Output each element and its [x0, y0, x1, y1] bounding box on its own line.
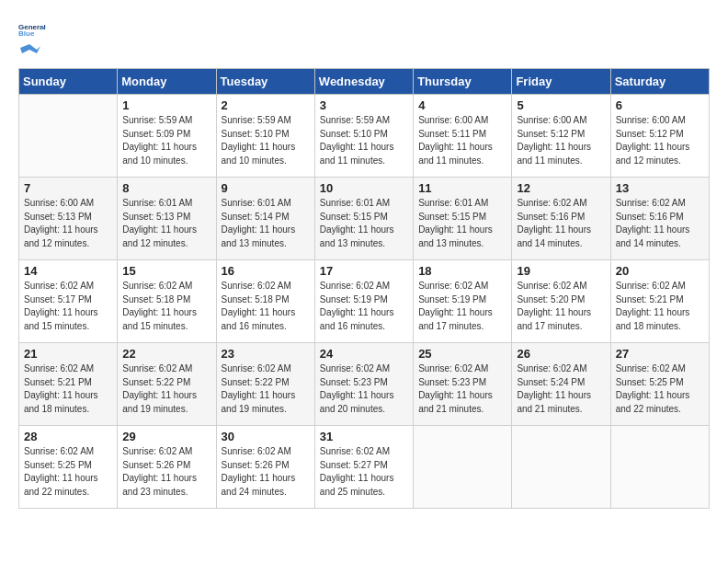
calendar-cell: 23Sunrise: 6:02 AMSunset: 5:22 PMDayligh… — [216, 343, 314, 426]
calendar-table: SundayMondayTuesdayWednesdayThursdayFrid… — [18, 68, 710, 509]
day-detail: Sunrise: 6:01 AMSunset: 5:15 PMDaylight:… — [320, 197, 408, 250]
calendar-cell: 31Sunrise: 6:02 AMSunset: 5:27 PMDayligh… — [314, 426, 413, 509]
day-number: 19 — [517, 264, 605, 278]
day-number: 4 — [418, 98, 506, 112]
day-detail: Sunrise: 6:02 AMSunset: 5:27 PMDaylight:… — [320, 445, 408, 499]
day-number: 11 — [418, 181, 506, 195]
day-number: 14 — [24, 264, 112, 278]
day-number: 16 — [222, 264, 310, 278]
page-header: General Blue — [18, 18, 710, 59]
day-detail: Sunrise: 6:02 AMSunset: 5:17 PMDaylight:… — [24, 280, 112, 333]
day-number: 13 — [616, 181, 704, 195]
calendar-cell: 20Sunrise: 6:02 AMSunset: 5:21 PMDayligh… — [610, 260, 709, 343]
day-number: 30 — [222, 430, 310, 443]
week-row-3: 14Sunrise: 6:02 AMSunset: 5:17 PMDayligh… — [19, 260, 710, 343]
day-number: 6 — [616, 98, 704, 112]
day-detail: Sunrise: 6:01 AMSunset: 5:13 PMDaylight:… — [122, 197, 210, 250]
day-detail: Sunrise: 6:01 AMSunset: 5:14 PMDaylight:… — [222, 197, 310, 250]
calendar-cell: 12Sunrise: 6:02 AMSunset: 5:16 PMDayligh… — [512, 178, 610, 260]
day-detail: Sunrise: 6:02 AMSunset: 5:16 PMDaylight:… — [616, 197, 704, 250]
calendar-cell: 24Sunrise: 6:02 AMSunset: 5:23 PMDayligh… — [314, 343, 413, 426]
logo-icon: General Blue — [18, 20, 46, 37]
day-detail: Sunrise: 6:02 AMSunset: 5:19 PMDaylight:… — [418, 280, 506, 333]
day-number: 18 — [418, 264, 506, 278]
calendar-cell: 18Sunrise: 6:02 AMSunset: 5:19 PMDayligh… — [414, 260, 512, 343]
day-detail: Sunrise: 5:59 AMSunset: 5:10 PMDaylight:… — [222, 114, 310, 167]
calendar-cell: 13Sunrise: 6:02 AMSunset: 5:16 PMDayligh… — [610, 178, 709, 260]
column-header-saturday: Saturday — [610, 69, 709, 95]
day-number: 22 — [122, 347, 210, 361]
day-detail: Sunrise: 6:02 AMSunset: 5:26 PMDaylight:… — [122, 445, 210, 499]
calendar-cell: 22Sunrise: 6:02 AMSunset: 5:22 PMDayligh… — [118, 343, 216, 426]
calendar-cell: 4Sunrise: 6:00 AMSunset: 5:11 PMDaylight… — [414, 95, 512, 178]
calendar-cell: 14Sunrise: 6:02 AMSunset: 5:17 PMDayligh… — [19, 260, 118, 343]
day-detail: Sunrise: 6:02 AMSunset: 5:21 PMDaylight:… — [24, 362, 112, 416]
calendar-cell: 26Sunrise: 6:02 AMSunset: 5:24 PMDayligh… — [512, 343, 610, 426]
week-row-2: 7Sunrise: 6:00 AMSunset: 5:13 PMDaylight… — [19, 178, 710, 260]
day-detail: Sunrise: 6:00 AMSunset: 5:12 PMDaylight:… — [616, 114, 704, 167]
day-detail: Sunrise: 6:00 AMSunset: 5:13 PMDaylight:… — [24, 197, 112, 250]
calendar-cell — [19, 95, 118, 178]
day-number: 27 — [616, 347, 704, 361]
day-number: 10 — [320, 181, 408, 195]
day-number: 26 — [517, 347, 605, 361]
calendar-cell: 7Sunrise: 6:00 AMSunset: 5:13 PMDaylight… — [19, 178, 118, 260]
calendar-cell: 1Sunrise: 5:59 AMSunset: 5:09 PMDaylight… — [118, 95, 216, 178]
day-number: 1 — [122, 98, 210, 112]
day-detail: Sunrise: 6:02 AMSunset: 5:18 PMDaylight:… — [222, 280, 310, 333]
day-number: 12 — [517, 181, 605, 195]
day-number: 15 — [122, 264, 210, 278]
day-detail: Sunrise: 6:01 AMSunset: 5:15 PMDaylight:… — [418, 197, 506, 250]
week-row-1: 1Sunrise: 5:59 AMSunset: 5:09 PMDaylight… — [19, 95, 710, 178]
day-detail: Sunrise: 6:02 AMSunset: 5:25 PMDaylight:… — [616, 362, 704, 416]
calendar-cell: 10Sunrise: 6:01 AMSunset: 5:15 PMDayligh… — [314, 178, 413, 260]
calendar-cell: 6Sunrise: 6:00 AMSunset: 5:12 PMDaylight… — [610, 95, 709, 178]
calendar-cell: 19Sunrise: 6:02 AMSunset: 5:20 PMDayligh… — [512, 260, 610, 343]
calendar-cell: 8Sunrise: 6:01 AMSunset: 5:13 PMDaylight… — [118, 178, 216, 260]
calendar-cell: 9Sunrise: 6:01 AMSunset: 5:14 PMDaylight… — [216, 178, 314, 260]
week-row-5: 28Sunrise: 6:02 AMSunset: 5:25 PMDayligh… — [19, 426, 710, 509]
calendar-body: 1Sunrise: 5:59 AMSunset: 5:09 PMDaylight… — [19, 95, 710, 509]
day-detail: Sunrise: 6:02 AMSunset: 5:23 PMDaylight:… — [418, 362, 506, 416]
day-number: 31 — [320, 430, 408, 443]
day-detail: Sunrise: 6:00 AMSunset: 5:12 PMDaylight:… — [517, 114, 605, 167]
day-detail: Sunrise: 5:59 AMSunset: 5:10 PMDaylight:… — [320, 114, 408, 167]
day-number: 21 — [24, 347, 112, 361]
day-detail: Sunrise: 6:02 AMSunset: 5:22 PMDaylight:… — [222, 362, 310, 416]
day-detail: Sunrise: 6:00 AMSunset: 5:11 PMDaylight:… — [418, 114, 506, 167]
day-detail: Sunrise: 6:02 AMSunset: 5:21 PMDaylight:… — [616, 280, 704, 333]
day-detail: Sunrise: 6:02 AMSunset: 5:18 PMDaylight:… — [122, 280, 210, 333]
day-detail: Sunrise: 6:02 AMSunset: 5:25 PMDaylight:… — [24, 445, 112, 499]
day-detail: Sunrise: 6:02 AMSunset: 5:23 PMDaylight:… — [320, 362, 408, 416]
calendar-cell: 16Sunrise: 6:02 AMSunset: 5:18 PMDayligh… — [216, 260, 314, 343]
calendar-cell — [610, 426, 709, 509]
svg-marker-3 — [20, 44, 40, 53]
day-detail: Sunrise: 6:02 AMSunset: 5:16 PMDaylight:… — [517, 197, 605, 250]
day-detail: Sunrise: 6:02 AMSunset: 5:22 PMDaylight:… — [122, 362, 210, 416]
calendar-cell — [512, 426, 610, 509]
day-detail: Sunrise: 6:02 AMSunset: 5:24 PMDaylight:… — [517, 362, 605, 416]
day-number: 29 — [122, 430, 210, 443]
calendar-cell: 21Sunrise: 6:02 AMSunset: 5:21 PMDayligh… — [19, 343, 118, 426]
calendar-cell: 5Sunrise: 6:00 AMSunset: 5:12 PMDaylight… — [512, 95, 610, 178]
logo: General Blue — [18, 18, 46, 59]
day-number: 2 — [222, 98, 310, 112]
day-number: 17 — [320, 264, 408, 278]
day-number: 5 — [517, 98, 605, 112]
column-header-sunday: Sunday — [19, 69, 118, 95]
day-number: 7 — [24, 181, 112, 195]
calendar-cell: 11Sunrise: 6:01 AMSunset: 5:15 PMDayligh… — [414, 178, 512, 260]
calendar-cell: 15Sunrise: 6:02 AMSunset: 5:18 PMDayligh… — [118, 260, 216, 343]
day-detail: Sunrise: 6:02 AMSunset: 5:19 PMDaylight:… — [320, 280, 408, 333]
calendar-cell: 30Sunrise: 6:02 AMSunset: 5:26 PMDayligh… — [216, 426, 314, 509]
logo-bird-icon — [20, 40, 40, 59]
column-header-tuesday: Tuesday — [216, 69, 314, 95]
day-number: 8 — [122, 181, 210, 195]
day-number: 25 — [418, 347, 506, 361]
calendar-cell: 2Sunrise: 5:59 AMSunset: 5:10 PMDaylight… — [216, 95, 314, 178]
calendar-cell: 3Sunrise: 5:59 AMSunset: 5:10 PMDaylight… — [314, 95, 413, 178]
calendar-cell — [414, 426, 512, 509]
day-detail: Sunrise: 6:02 AMSunset: 5:26 PMDaylight:… — [222, 445, 310, 499]
day-number: 20 — [616, 264, 704, 278]
calendar-header-row: SundayMondayTuesdayWednesdayThursdayFrid… — [19, 69, 710, 95]
